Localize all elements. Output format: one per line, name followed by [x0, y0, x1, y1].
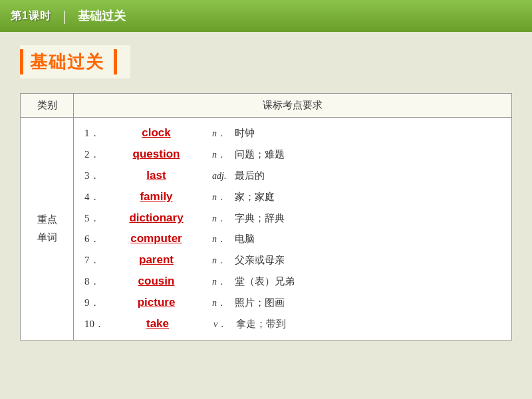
list-item: 10．takev．拿走；带到	[84, 315, 501, 334]
word-english: dictionary	[103, 209, 209, 228]
word-cn: 堂（表）兄弟	[235, 273, 295, 291]
word-number: 8．	[84, 273, 103, 291]
word-pos: n．	[212, 295, 232, 311]
word-english: parent	[103, 251, 209, 270]
list-item: 6．computern．电脑	[84, 229, 501, 249]
word-cn: 问题；难题	[235, 146, 285, 164]
col-category: 类别	[21, 94, 74, 118]
word-cn: 父亲或母亲	[235, 252, 285, 269]
word-cn: 电脑	[235, 231, 255, 248]
word-number: 1．	[84, 125, 103, 142]
word-number: 10．	[84, 316, 104, 333]
word-english: question	[103, 145, 209, 164]
word-english: computer	[103, 229, 209, 249]
header-divider: ｜	[58, 7, 71, 25]
category-cell: 重点单词	[21, 118, 74, 340]
word-number: 7．	[84, 252, 103, 269]
list-item: 9．picturen．照片；图画	[84, 293, 501, 313]
word-english: picture	[103, 293, 209, 313]
word-number: 5．	[84, 210, 103, 227]
list-item: 2．questionn．问题；难题	[84, 145, 501, 164]
vocab-table: 类别 课标考点要求 重点单词 1．clockn．时钟2．questionn．问题…	[20, 93, 512, 340]
list-item: 5．dictionaryn．字典；辞典	[84, 209, 501, 228]
list-item: 7．parentn．父亲或母亲	[84, 251, 501, 270]
main-content: 基础过关 类别 课标考点要求 重点单词 1．clockn．时钟2．questio…	[0, 32, 532, 354]
word-pos: adj.	[212, 168, 232, 184]
word-english: cousin	[103, 272, 209, 291]
section-title-wrapper: 基础过关	[20, 45, 130, 78]
word-number: 4．	[84, 189, 103, 206]
word-number: 3．	[84, 168, 103, 185]
word-english: take	[104, 315, 211, 334]
word-number: 2．	[84, 146, 103, 164]
header-title: 基础过关	[78, 8, 126, 24]
col-requirements: 课标考点要求	[74, 94, 512, 118]
word-number: 6．	[84, 231, 103, 248]
list-item: 4．familyn．家；家庭	[84, 188, 501, 207]
word-cn: 照片；图画	[235, 295, 285, 312]
word-english: family	[103, 188, 209, 207]
list-item: 3．lastadj.最后的	[84, 166, 501, 186]
list-item: 8．cousinn．堂（表）兄弟	[84, 272, 501, 291]
word-pos: v．	[213, 317, 233, 332]
word-pos: n．	[212, 126, 232, 142]
words-cell: 1．clockn．时钟2．questionn．问题；难题3．lastadj.最后…	[74, 118, 512, 340]
section-bar-left	[20, 49, 23, 74]
word-cn: 家；家庭	[235, 189, 275, 206]
table-row-words: 重点单词 1．clockn．时钟2．questionn．问题；难题3．lasta…	[21, 118, 512, 340]
word-cn: 拿走；带到	[236, 316, 286, 333]
word-pos: n．	[212, 253, 232, 269]
word-pos: n．	[212, 211, 232, 227]
list-item: 1．clockn．时钟	[84, 124, 501, 143]
word-pos: n．	[212, 274, 232, 290]
word-cn: 字典；辞典	[235, 210, 285, 227]
section-bar-right	[114, 49, 117, 74]
word-pos: n．	[212, 147, 232, 163]
word-pos: n．	[212, 190, 232, 205]
word-english: clock	[103, 124, 209, 143]
header-bar: 第1课时 ｜ 基础过关	[0, 0, 532, 32]
header-lesson: 第1课时	[11, 9, 51, 23]
word-number: 9．	[84, 295, 103, 312]
word-english: last	[103, 166, 209, 186]
word-cn: 最后的	[235, 168, 265, 185]
section-title: 基础过关	[30, 51, 104, 74]
word-pos: n．	[212, 231, 232, 247]
word-cn: 时钟	[235, 125, 255, 142]
